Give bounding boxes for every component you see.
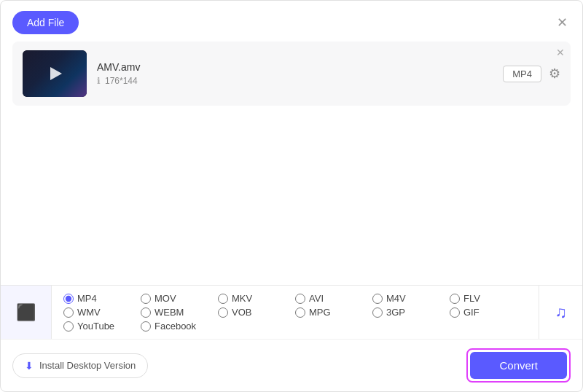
format-option-m4v[interactable]: M4V (372, 293, 450, 304)
app-window: Add File ✕ AMV.amv ℹ 176*144 MP4 ⚙ ✕ (0, 0, 583, 392)
radio-webm[interactable] (141, 307, 151, 318)
radio-vob[interactable] (218, 307, 228, 318)
format-option-vob[interactable]: VOB (218, 307, 295, 318)
format-bar: ⬛ MP4 MOV MKV AVI M4V (1, 285, 582, 339)
radio-m4v[interactable] (372, 294, 383, 304)
download-icon: ⬇ (25, 360, 34, 372)
install-label: Install Desktop Version (39, 360, 136, 371)
file-actions: MP4 ⚙ (503, 66, 560, 82)
file-thumbnail (23, 50, 87, 97)
format-option-flv[interactable]: FLV (450, 293, 527, 304)
format-option-facebook[interactable]: Facebook (141, 321, 218, 332)
file-meta: ℹ 176*144 (97, 76, 493, 86)
format-label-webm: WEBM (154, 307, 184, 318)
format-label-mp4: MP4 (77, 293, 97, 304)
radio-mpg[interactable] (295, 307, 305, 318)
file-dimensions: 176*144 (105, 76, 138, 86)
radio-3gp[interactable] (372, 307, 383, 318)
format-label-youtube: YouTube (77, 321, 114, 332)
radio-mkv[interactable] (218, 294, 228, 304)
file-list-area: AMV.amv ℹ 176*144 MP4 ⚙ ✕ (1, 42, 582, 285)
film-icon: ⬛ (16, 303, 36, 322)
radio-facebook[interactable] (141, 321, 151, 332)
audio-format-tab[interactable]: ♫ (539, 286, 582, 339)
format-label-mov: MOV (154, 293, 176, 304)
format-option-mp4[interactable]: MP4 (63, 293, 141, 304)
file-remove-button[interactable]: ✕ (556, 47, 565, 58)
radio-avi[interactable] (295, 294, 305, 304)
format-label-flv: FLV (463, 293, 480, 304)
install-desktop-button[interactable]: ⬇ Install Desktop Version (12, 353, 148, 378)
format-option-mkv[interactable]: MKV (218, 293, 295, 304)
format-option-wmv[interactable]: WMV (63, 307, 141, 318)
format-option-3gp[interactable]: 3GP (372, 307, 450, 318)
file-item: AMV.amv ℹ 176*144 MP4 ⚙ ✕ (12, 42, 571, 106)
format-label-gif: GIF (463, 307, 480, 318)
convert-button-wrapper: Convert (466, 348, 571, 383)
format-option-webm[interactable]: WEBM (141, 307, 218, 318)
format-option-gif[interactable]: GIF (450, 307, 527, 318)
format-option-mpg[interactable]: MPG (295, 307, 372, 318)
radio-mov[interactable] (141, 294, 151, 304)
convert-button[interactable]: Convert (470, 352, 567, 379)
radio-mp4[interactable] (63, 294, 74, 304)
video-format-tab[interactable]: ⬛ (1, 286, 52, 339)
radio-youtube[interactable] (63, 321, 74, 332)
format-label-avi: AVI (309, 293, 324, 304)
format-label-mkv: MKV (232, 293, 252, 304)
format-badge-button[interactable]: MP4 (503, 66, 541, 82)
format-option-avi[interactable]: AVI (295, 293, 372, 304)
radio-flv[interactable] (450, 294, 460, 304)
format-label-wmv: WMV (77, 307, 101, 318)
format-label-vob: VOB (232, 307, 251, 318)
window-close-button[interactable]: ✕ (554, 13, 571, 32)
header: Add File ✕ (1, 1, 582, 42)
file-info: AMV.amv ℹ 176*144 (97, 61, 493, 86)
format-option-youtube[interactable]: YouTube (63, 321, 141, 332)
play-icon (50, 67, 62, 80)
format-options: MP4 MOV MKV AVI M4V FLV (52, 286, 539, 339)
footer: ⬇ Install Desktop Version Convert (1, 339, 582, 391)
format-label-m4v: M4V (386, 293, 406, 304)
file-name: AMV.amv (97, 61, 493, 73)
format-label-mpg: MPG (309, 307, 331, 318)
settings-icon-button[interactable]: ⚙ (549, 66, 560, 82)
music-icon: ♫ (555, 303, 567, 322)
radio-wmv[interactable] (63, 307, 74, 318)
info-icon: ℹ (97, 76, 101, 86)
format-option-mov[interactable]: MOV (141, 293, 218, 304)
radio-gif[interactable] (450, 307, 460, 318)
add-file-button[interactable]: Add File (12, 11, 79, 34)
format-label-facebook: Facebook (154, 321, 196, 332)
format-label-3gp: 3GP (386, 307, 405, 318)
